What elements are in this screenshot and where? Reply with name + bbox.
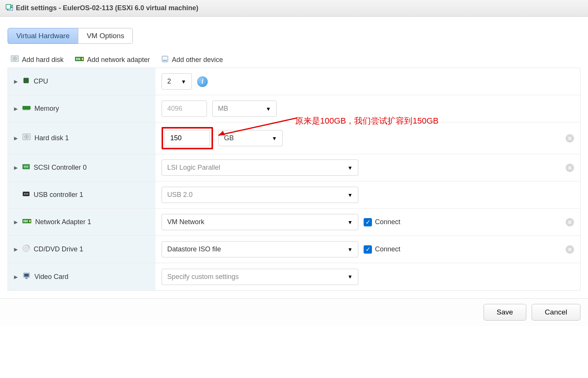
chevron-down-icon: ▼ [272,135,277,141]
add-hard-disk-label: Add hard disk [22,56,64,64]
delete-icon[interactable]: ✕ [566,134,574,143]
usb-icon [22,191,30,199]
save-button[interactable]: Save [484,304,526,321]
svg-rect-31 [25,277,28,279]
cpu-count-select[interactable]: 2 ▼ [162,73,192,90]
usb-row: ▶ USB controller 1 USB 2.0 ▼ [8,181,580,209]
svg-point-20 [26,194,27,195]
svg-point-28 [25,248,27,249]
svg-rect-24 [25,220,26,222]
svg-point-19 [24,194,25,195]
chevron-down-icon: ▼ [347,219,353,225]
svg-point-21 [27,194,28,195]
memory-icon [22,105,31,113]
memory-row: ▶ Memory MB ▼ [8,95,580,122]
tab-virtual-hardware[interactable]: Virtual Hardware [8,28,78,44]
video-label: Video Card [34,273,68,281]
network-row: ▶ Network Adapter 1 VM Network ▼ ✓ Conne… [8,209,580,236]
add-network-adapter-label: Add network adapter [87,56,150,64]
info-icon[interactable]: i [197,76,208,87]
network-connect-checkbox[interactable]: ✓ Connect [364,218,400,226]
cpu-row: ▶ CPU 2 ▼ i [8,68,580,95]
delete-icon[interactable]: ✕ [566,245,574,254]
other-device-icon [161,55,169,65]
svg-rect-7 [79,58,80,60]
hard-disk-label: Hard disk 1 [34,134,69,142]
expand-icon[interactable]: ▶ [14,79,19,84]
add-other-device-button[interactable]: Add other device [161,55,223,65]
svg-rect-12 [24,78,28,83]
svg-rect-17 [23,164,30,169]
hard-disk-unit-select[interactable]: GB ▼ [218,130,283,146]
expand-icon[interactable]: ▶ [14,219,19,225]
svg-rect-11 [163,60,167,61]
checkbox-checked-icon: ✓ [364,218,372,226]
memory-label: Memory [34,105,59,113]
expand-icon[interactable]: ▶ [14,106,19,112]
window-title: Edit settings - EulerOS-02-113 (ESXi 6.0… [16,4,198,12]
window-titlebar: Edit settings - EulerOS-02-113 (ESXi 6.0… [0,0,588,17]
scsi-label: SCSI Controller 0 [34,164,87,172]
scsi-type-select[interactable]: LSI Logic Parallel ▼ [162,160,358,176]
cddvd-select[interactable]: Datastore ISO file ▼ [162,241,358,257]
chevron-down-icon: ▼ [347,246,353,253]
scsi-row: ▶ SCSI Controller 0 LSI Logic Parallel ▼… [8,154,580,181]
chevron-down-icon: ▼ [347,165,353,171]
delete-icon[interactable]: ✕ [566,164,574,172]
video-settings-select[interactable]: Specify custom settings ▼ [162,269,358,285]
usb-type-select[interactable]: USB 2.0 ▼ [162,187,358,203]
usb-label: USB controller 1 [34,191,83,199]
svg-rect-30 [24,274,29,277]
add-network-adapter-button[interactable]: Add network adapter [75,56,150,64]
video-row: ▶ Video Card Specify custom settings ▼ [8,263,580,290]
memory-input[interactable] [162,101,207,117]
cpu-label: CPU [34,77,48,85]
chevron-down-icon: ▼ [181,79,186,85]
vm-settings-icon [5,4,13,12]
svg-rect-26 [29,220,31,222]
tab-vm-options[interactable]: VM Options [78,28,133,44]
svg-rect-8 [82,58,83,60]
cancel-button[interactable]: Cancel [532,304,580,321]
delete-icon[interactable]: ✕ [566,218,574,226]
cddvd-label: CD/DVD Drive 1 [34,245,83,253]
svg-rect-25 [26,220,28,222]
expand-icon[interactable]: ▶ [14,165,19,170]
svg-rect-10 [163,57,167,59]
network-select[interactable]: VM Network ▼ [162,214,358,230]
hard-disk-row: ▶ Hard disk 1 GB ▼ ✕ [8,122,580,154]
add-other-device-label: Add other device [172,56,223,64]
expand-icon[interactable]: ▶ [14,274,19,280]
network-adapter-icon [75,56,84,64]
chevron-down-icon: ▼ [347,192,353,198]
add-hard-disk-button[interactable]: Add hard disk [11,55,64,65]
cddvd-connect-checkbox[interactable]: ✓ Connect [364,245,400,254]
expand-icon[interactable]: ▶ [14,246,19,252]
video-card-icon [22,272,31,282]
expand-icon[interactable]: ▶ [14,135,19,141]
dialog-footer: Save Cancel [0,298,588,326]
hard-disk-icon [22,133,31,143]
hardware-toolbar: Add hard disk Add network adapter Add ot… [11,55,580,65]
tabs: Virtual Hardware VM Options [8,28,580,44]
memory-unit-select[interactable]: MB ▼ [212,101,277,117]
chevron-down-icon: ▼ [347,274,353,280]
chevron-down-icon: ▼ [266,106,271,112]
checkbox-checked-icon: ✓ [364,245,372,254]
cddvd-row: ▶ CD/DVD Drive 1 Datastore ISO file ▼ ✓ … [8,236,580,263]
network-adapter-icon [22,218,31,226]
hard-disk-icon [11,55,19,65]
svg-point-16 [26,136,27,138]
annotation-text: 原来是100GB，我们尝试扩容到150GB [295,115,439,127]
svg-rect-13 [23,106,30,109]
svg-rect-5 [76,58,77,60]
svg-rect-6 [78,58,79,60]
svg-point-3 [14,58,16,59]
cpu-icon [22,77,30,86]
annotation-highlight-box [162,127,213,149]
hard-disk-size-input[interactable] [165,130,210,146]
cd-icon [22,245,30,254]
svg-rect-23 [23,220,25,222]
hardware-table: ▶ CPU 2 ▼ i ▶ Memory [8,68,580,291]
scsi-icon [22,164,30,172]
